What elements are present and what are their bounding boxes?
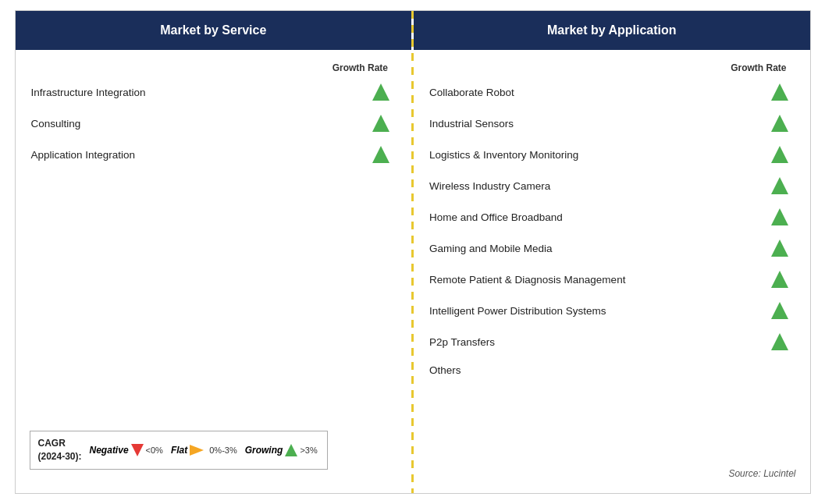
arrow-up-small-icon [285,444,297,456]
list-item: P2p Transfers [429,326,795,357]
list-item: Others [429,357,795,383]
arrow-up-icon [771,115,788,132]
arrow-up-icon [771,302,788,319]
item-label: Others [429,364,461,376]
item-label: Intelligent Power Distribution Systems [429,305,606,317]
item-label: Consulting [31,118,81,130]
main-container: Market by Service Growth Rate Infrastruc… [15,10,811,494]
left-growth-rate-label: Growth Rate [31,62,396,73]
list-item: Intelligent Power Distribution Systems [429,295,795,326]
negative-label: Negative [90,445,129,456]
item-label: Home and Office Broadband [429,211,563,223]
item-label: Logistics & Inventory Monitoring [429,149,578,161]
arrow-up-icon [771,240,788,257]
list-item: Logistics & Inventory Monitoring [429,139,795,170]
left-panel-header: Market by Service [16,11,412,50]
legend-growing: Growing >3% [245,444,318,456]
arrow-up-icon [372,146,389,163]
arrow-up-icon [771,83,788,101]
arrow-up-icon [372,115,389,132]
negative-sub: <0% [146,445,163,455]
item-label: Industrial Sensors [429,118,514,130]
list-item: Industrial Sensors [429,108,795,139]
item-label: Infrastructure Integration [31,87,146,98]
list-item: Gaming and Mobile Media [429,232,795,264]
list-item: Remote Patient & Diagnosis Management [429,264,795,295]
arrow-up-icon [771,271,788,288]
right-growth-rate-label: Growth Rate [429,62,795,73]
list-item: Application Integration [31,139,396,170]
item-label: Gaming and Mobile Media [429,243,553,254]
list-item: Consulting [31,108,396,139]
flat-sub: 0%-3% [209,445,236,455]
legend-negative: Negative <0% [90,444,163,456]
list-item: Wireless Industry Camera [429,170,795,201]
left-panel: Market by Service Growth Rate Infrastruc… [16,11,412,493]
right-panel-body: Growth Rate Collaborate Robot Industrial… [414,50,810,493]
arrow-up-icon [771,146,788,163]
left-panel-title: Market by Service [160,23,266,37]
item-label: Collaborate Robot [429,87,514,98]
cagr-label: CAGR(2024-30): [38,437,82,463]
list-item: Infrastructure Integration [31,76,396,108]
right-panel: Market by Application Growth Rate Collab… [414,11,810,493]
flat-label: Flat [171,445,187,456]
left-panel-body: Growth Rate Infrastructure Integration C… [16,50,412,493]
arrow-down-icon [131,444,144,456]
growing-sub: >3% [300,445,317,455]
source-label: Source: Lucintel [728,468,795,479]
growing-label: Growing [245,445,283,456]
item-label: P2p Transfers [429,336,495,348]
list-item: Collaborate Robot [429,76,795,108]
arrow-up-icon [372,83,389,101]
right-panel-header: Market by Application [414,11,810,50]
arrow-right-icon [190,445,204,456]
arrow-up-icon [771,177,788,194]
legend-flat: Flat 0%-3% [171,445,237,456]
list-item: Home and Office Broadband [429,201,795,232]
legend-box: CAGR(2024-30): Negative <0% Flat 0%-3% G… [30,431,328,470]
right-panel-title: Market by Application [547,23,677,37]
item-label: Remote Patient & Diagnosis Management [429,274,625,286]
arrow-up-icon [771,208,788,225]
item-label: Application Integration [31,149,136,161]
arrow-up-icon [771,333,788,350]
item-label: Wireless Industry Camera [429,180,550,192]
